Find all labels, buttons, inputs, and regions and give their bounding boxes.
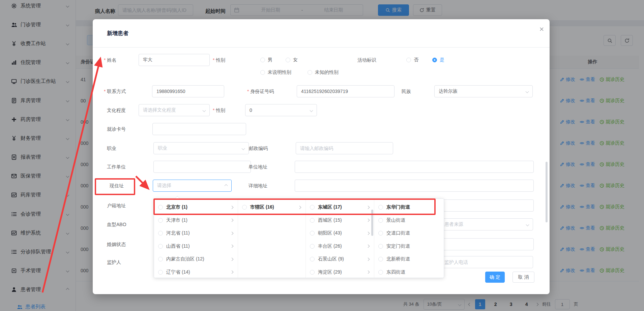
radio-icon (310, 205, 315, 210)
gender2-value: 0 (250, 107, 252, 113)
radio-icon (406, 58, 411, 62)
employer-input[interactable] (153, 161, 251, 173)
name-input[interactable] (139, 54, 210, 66)
occupation-select[interactable]: 职业 (153, 142, 249, 154)
chevron-right-icon (367, 206, 370, 209)
cascader-option-label: 安定门街道 (386, 243, 440, 249)
chevron-down-icon (203, 108, 206, 112)
chevron-right-icon (367, 245, 370, 248)
cascader-option[interactable]: 石景山区 (9) (306, 253, 374, 266)
chevron-right-icon (367, 219, 370, 222)
phone-input[interactable] (152, 85, 224, 97)
radio-icon (158, 244, 163, 249)
cascader-option[interactable]: 山西省 (11) (154, 240, 238, 253)
cascader-option-label: 石景山区 (9) (318, 256, 363, 262)
scrollbar-thumb[interactable] (371, 210, 373, 236)
cascader-column: 北京市 (1)天津市 (1)河北省 (11)山西省 (11)内蒙古自治区 (12… (154, 199, 238, 278)
chevron-down-icon (310, 108, 313, 112)
radio-label: 男 (268, 57, 272, 63)
modal-title: 新增患者 (107, 30, 128, 37)
radio-label: 是 (440, 57, 444, 63)
radio-label: 女 (293, 57, 298, 63)
gender-radio-unexplained[interactable]: 未说明性别 (260, 69, 291, 76)
cascader-option[interactable]: 东华门街道 (374, 201, 444, 214)
chevron-right-icon (230, 219, 234, 222)
cascader-option[interactable]: 东四街道 (374, 266, 444, 278)
cascader-option[interactable]: 内蒙古自治区 (12) (154, 253, 238, 266)
chevron-right-icon (230, 257, 234, 261)
cascader-option-label: 西城区 (15) (318, 217, 363, 223)
radio-icon (310, 270, 315, 275)
radio-icon (286, 58, 290, 62)
confirm-button[interactable]: 确 定 (485, 272, 505, 283)
postal-code-label: 邮政编码 (249, 145, 268, 152)
detail-address-input[interactable] (295, 180, 534, 192)
gender2-label: 性别 (213, 107, 225, 114)
id-number-input[interactable] (297, 85, 394, 97)
name-label: 姓名 (104, 57, 116, 63)
employer-address-input[interactable] (295, 161, 534, 173)
education-placeholder: 请选择文化程度 (143, 107, 176, 113)
radio-icon (378, 257, 383, 261)
cascader-option[interactable]: 海淀区 (29) (306, 266, 374, 278)
marital-status-label: 婚姻状态 (107, 241, 126, 248)
close-button[interactable] (537, 25, 546, 33)
cascader-option-label: 东华门街道 (386, 204, 440, 210)
radio-icon (158, 270, 163, 275)
active-flag-radio-yes[interactable]: 是 (432, 57, 444, 63)
cascader-option[interactable]: 北新桥街道 (374, 253, 444, 266)
cascader-option[interactable]: 北京市 (1) (154, 201, 238, 214)
chevron-right-icon (367, 271, 370, 274)
gender-radio-unknown[interactable]: 未知的性别 (308, 69, 339, 76)
cascader-option[interactable]: 安定门街道 (374, 240, 444, 253)
modal-scrollbar[interactable] (546, 162, 548, 222)
radio-icon (378, 244, 383, 249)
radio-icon (158, 231, 163, 236)
cascader-option[interactable]: 朝阳区 (43) (306, 227, 374, 240)
cascader-option-label: 景山街道 (386, 217, 440, 223)
cascader-option[interactable]: 市辖区 (16) (238, 201, 305, 214)
card-no-label: 就诊卡号 (107, 126, 126, 132)
radio-icon (260, 70, 265, 75)
radio-icon (378, 270, 383, 275)
gender-radio-female[interactable]: 女 (286, 57, 298, 63)
gender-radio-male[interactable]: 男 (260, 57, 272, 63)
cascader-option[interactable]: 丰台区 (26) (306, 240, 374, 253)
cascader-option[interactable]: 辽宁省 (14) (154, 266, 238, 278)
chevron-right-icon (298, 206, 301, 209)
education-select[interactable]: 请选择文化程度 (139, 104, 210, 116)
cascader-option-label: 天津市 (1) (166, 217, 227, 223)
radio-icon (310, 244, 315, 249)
chevron-right-icon (230, 271, 234, 274)
employer-label: 工作单位 (107, 163, 126, 170)
close-icon (539, 27, 544, 32)
cascader-option[interactable]: 景山街道 (374, 214, 444, 227)
cascader-option-label: 市辖区 (16) (250, 204, 295, 210)
radio-icon (308, 70, 312, 75)
cascader-option[interactable]: 交道口街道 (374, 227, 444, 240)
chevron-up-icon (225, 184, 228, 187)
cascader-option[interactable]: 东城区 (17) (306, 201, 374, 214)
cascader-option[interactable]: 河北省 (11) (154, 227, 238, 240)
cascader-option[interactable]: 天津市 (1) (154, 214, 238, 227)
cascader-option-label: 朝阳区 (43) (318, 230, 363, 236)
postal-code-input[interactable] (296, 142, 393, 154)
chevron-down-icon (526, 223, 529, 226)
active-flag-radio-no[interactable]: 否 (406, 57, 418, 63)
current-address-cascader-select[interactable]: 请选择 (153, 180, 232, 192)
gender2-select[interactable]: 0 (245, 104, 317, 116)
cascader-option[interactable]: 西城区 (15) (306, 214, 374, 227)
phone-label: 联系方式 (104, 88, 126, 95)
card-no-input[interactable] (152, 123, 246, 135)
chevron-right-icon (230, 206, 234, 209)
ethnicity-select[interactable]: 达斡尔族 (434, 85, 533, 97)
region-cascader-panel: 北京市 (1)天津市 (1)河北省 (11)山西省 (11)内蒙古自治区 (12… (154, 198, 444, 278)
cascader-option-label: 内蒙古自治区 (12) (166, 256, 227, 262)
radio-label: 未说明性别 (268, 69, 291, 75)
cascader-option-label: 河北省 (11) (166, 230, 227, 236)
registered-address-label: 户籍地址 (107, 202, 126, 209)
radio-icon (260, 58, 265, 62)
cascader-column: 东华门街道景山街道交道口街道安定门街道北新桥街道东四街道 (374, 199, 444, 278)
radio-icon (378, 231, 383, 236)
cancel-button[interactable]: 取 消 (513, 272, 534, 283)
